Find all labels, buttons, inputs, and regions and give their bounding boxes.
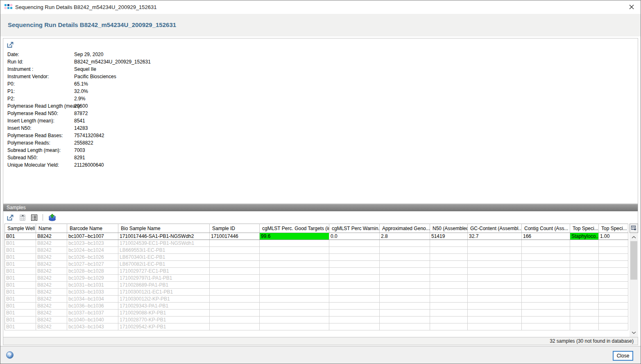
detail-field-label: Subread N50:: [7, 155, 74, 161]
sample-cell: [260, 323, 329, 330]
sample-cell: 32.7: [468, 233, 522, 240]
sample-cell: [599, 317, 628, 323]
sample-cell: [329, 240, 380, 247]
sample-row[interactable]: B01B8242bc1033--bc10331710030012i1-EC1-P…: [5, 289, 628, 296]
detail-field: Polymerase Read Bases:75741320842: [7, 133, 634, 140]
sample-cell: B8242: [36, 289, 67, 296]
sample-cell: [430, 296, 468, 303]
sample-cell: [468, 268, 522, 275]
export-icon[interactable]: [6, 41, 15, 49]
sample-cell: [210, 268, 260, 275]
scroll-down-icon[interactable]: [630, 329, 638, 336]
export-icon[interactable]: [6, 213, 15, 222]
sample-cell: B01: [5, 240, 36, 247]
sample-cell: [570, 254, 599, 261]
sample-cell: [380, 240, 430, 247]
sample-cell: [430, 289, 468, 296]
sample-row[interactable]: B01B8242bc1034--bc10341710030012i2-KP-PB…: [5, 296, 628, 303]
scroll-up-icon[interactable]: [630, 234, 638, 241]
column-header[interactable]: GC-Content (Assembl...: [468, 224, 522, 233]
sample-cell: [210, 289, 260, 296]
logo-dot: [7, 4, 9, 6]
sample-cell: [210, 247, 260, 254]
detail-field: Instrument Vendor:Pacific Biosciences: [7, 74, 634, 81]
column-header[interactable]: Contig Count (Ass...: [522, 224, 570, 233]
sample-row[interactable]: B01B8242bc1036--bc10361710029343-PA1-PB1: [5, 303, 628, 310]
sample-cell: [570, 247, 599, 254]
show-row-details-icon[interactable]: [30, 213, 39, 222]
sample-cell: 51419: [430, 233, 468, 240]
sample-cell: [329, 247, 380, 254]
sample-row[interactable]: B01B8242bc1043--bc10431710029542-KP-PB1: [5, 323, 628, 330]
sample-cell: 99.6: [260, 233, 329, 240]
close-button[interactable]: Close: [613, 351, 633, 361]
copy-column-icon[interactable]: [18, 213, 27, 222]
detail-field: Polymerase Read Length (mean):29600: [7, 103, 634, 111]
sample-cell: [430, 268, 468, 275]
sample-row[interactable]: B01B8242bc1024--bc1024LB669553i1-EC-PB1: [5, 247, 628, 254]
sample-cell: 1710029343-PA1-PB1: [118, 303, 210, 310]
column-header[interactable]: Approximated Geno...: [380, 224, 430, 233]
column-header[interactable]: Bio Sample Name: [118, 224, 210, 233]
sample-cell: [329, 303, 380, 310]
detail-field-label: P0:: [7, 81, 74, 87]
sample-cell: [430, 275, 468, 282]
detail-field: P1:32.0%: [7, 88, 634, 96]
detail-field-value: 32.0%: [74, 88, 88, 94]
sample-cell: [260, 296, 329, 303]
sample-cell: [522, 261, 570, 268]
detail-field-label: Polymerase Read Length (mean):: [7, 103, 74, 109]
column-header[interactable]: Sample Well: [5, 224, 36, 233]
sample-row[interactable]: B01B8242bc1029--bc10291710029797i1-PA1-P…: [5, 275, 628, 282]
sample-row[interactable]: B01B8242bc1028--bc10281710029727-EC1-PB1: [5, 268, 628, 275]
sample-row[interactable]: B01B8242bc1007--bc10071710017446-SA1-PB1…: [5, 233, 628, 240]
sample-cell: B8242: [36, 282, 67, 289]
column-header[interactable]: cgMLST Perc. Good Targets (in...: [260, 224, 329, 233]
sample-cell: bc1029--bc1029: [67, 275, 118, 282]
help-icon[interactable]: ?: [6, 351, 14, 359]
sample-cell: [570, 310, 599, 317]
sample-row[interactable]: B01B8242bc1037--bc10371710029088-KP-PB1: [5, 310, 628, 317]
sample-cell: bc1026--bc1026: [67, 254, 118, 261]
sample-cell: B01: [5, 296, 36, 303]
sample-cell: bc1027--bc1027: [67, 261, 118, 268]
column-header[interactable]: Top Speci...: [570, 224, 599, 233]
column-header[interactable]: N50 (Assembled): [430, 224, 468, 233]
sample-row[interactable]: B01B8242bc1040--bc10401710028770-KP-PB1: [5, 317, 628, 323]
column-header[interactable]: Top Speci...: [599, 224, 628, 233]
sample-cell: [522, 310, 570, 317]
samples-status-text: 32 samples (30 not found in database): [3, 337, 638, 345]
scrollbar-thumb[interactable]: [630, 241, 637, 280]
column-header[interactable]: cgMLST Perc Warnin...: [329, 224, 380, 233]
sample-row[interactable]: B01B8242bc1023--bc10231710024539-EC1-PB1…: [5, 240, 628, 247]
column-header[interactable]: Sample ID: [210, 224, 260, 233]
logo-dot: [5, 7, 7, 9]
column-config-button[interactable]: [630, 224, 638, 233]
sample-cell: bc1007--bc1007: [67, 233, 118, 240]
detail-field-value: 8541: [74, 118, 85, 124]
column-header[interactable]: Barcode Name: [67, 224, 118, 233]
sample-cell: [260, 303, 329, 310]
sample-cell: B8242: [36, 275, 67, 282]
detail-field-label: Instrument Vendor:: [7, 74, 74, 79]
sample-cell: [599, 254, 628, 261]
sample-cell: [380, 247, 430, 254]
sample-cell: [430, 303, 468, 310]
sample-cell: [570, 268, 599, 275]
sample-row[interactable]: B01B8242bc1026--bc1026LB670340i1-EC-PB1: [5, 254, 628, 261]
detail-field: Polymerase Reads:2558822: [7, 140, 634, 147]
vertical-scrollbar[interactable]: [630, 233, 638, 337]
sample-cell: [599, 289, 628, 296]
sample-row[interactable]: B01B8242bc1031--bc10311710028689-PA1-PB1: [5, 282, 628, 289]
window-close-icon[interactable]: [628, 4, 635, 10]
sample-cell: [570, 317, 599, 323]
window-title: Sequencing Run Details B8242_m54234U_200…: [15, 0, 157, 14]
import-to-database-icon[interactable]: [47, 213, 57, 222]
sample-cell: [380, 261, 430, 268]
sample-cell: B01: [5, 310, 36, 317]
column-header[interactable]: Name: [36, 224, 67, 233]
detail-field-value: 2558822: [74, 140, 93, 146]
samples-table: Sample WellNameBarcode NameBio Sample Na…: [5, 224, 628, 330]
sample-row[interactable]: B01B8242bc1027--bc1027LB670082i1-EC-PB1: [5, 261, 628, 268]
sample-cell: [599, 323, 628, 330]
